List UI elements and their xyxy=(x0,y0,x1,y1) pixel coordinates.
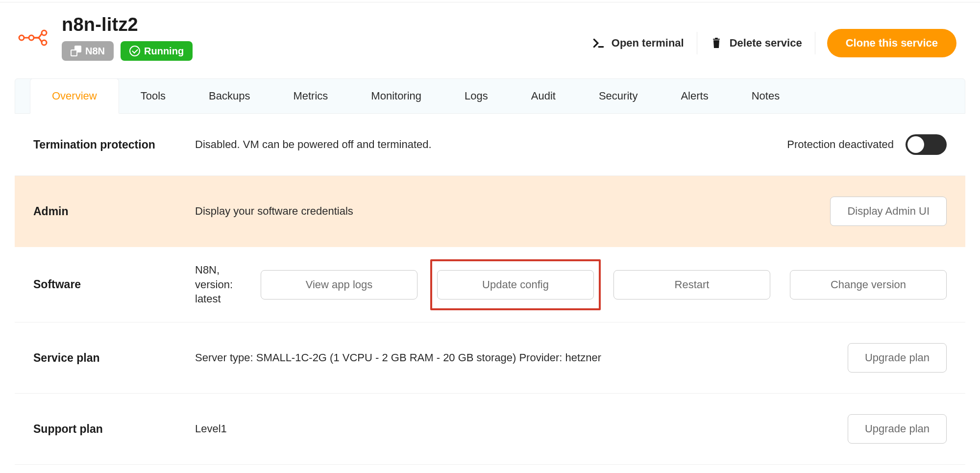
svg-point-2 xyxy=(42,30,47,35)
update-config-button[interactable]: Update config xyxy=(437,270,594,299)
tab-monitoring[interactable]: Monitoring xyxy=(349,79,443,113)
service-logo xyxy=(18,14,62,47)
service-plan-text: Server type: SMALL-1C-2G (1 VCPU - 2 GB … xyxy=(195,351,601,364)
view-app-logs-button[interactable]: View app logs xyxy=(261,270,417,299)
tab-security[interactable]: Security xyxy=(577,79,659,113)
stack-icon xyxy=(71,46,81,56)
row-termination-protection: Termination protection Disabled. VM can … xyxy=(15,114,965,176)
change-version-button[interactable]: Change version xyxy=(790,270,947,299)
service-status-badge: Running xyxy=(121,41,193,61)
service-type-label: N8N xyxy=(85,46,105,57)
row-software: Software N8N, version: latest View app l… xyxy=(15,247,965,323)
tab-metrics[interactable]: Metrics xyxy=(271,79,349,113)
termination-label: Termination protection xyxy=(33,138,195,151)
tab-audit[interactable]: Audit xyxy=(510,79,577,113)
support-plan-label: Support plan xyxy=(33,423,195,436)
service-status-label: Running xyxy=(144,46,184,57)
display-admin-ui-button[interactable]: Display Admin UI xyxy=(830,197,947,226)
row-support-plan: Support plan Level1 Upgrade plan xyxy=(15,394,965,465)
software-version-text: N8N, version: latest xyxy=(195,263,239,306)
trash-icon xyxy=(710,37,723,50)
upgrade-service-plan-button[interactable]: Upgrade plan xyxy=(848,343,947,373)
svg-point-1 xyxy=(29,35,34,40)
upgrade-support-plan-button[interactable]: Upgrade plan xyxy=(848,414,947,444)
delete-service-button[interactable]: Delete service xyxy=(697,32,815,54)
n8n-logo-icon xyxy=(18,29,49,47)
termination-text: Disabled. VM can be powered off and term… xyxy=(195,138,432,151)
update-config-highlight: Update config xyxy=(430,259,601,310)
svg-rect-6 xyxy=(715,38,718,39)
termination-toggle[interactable] xyxy=(906,134,947,155)
terminal-icon xyxy=(592,37,605,50)
tab-notes[interactable]: Notes xyxy=(730,79,801,113)
open-terminal-label: Open terminal xyxy=(612,37,684,50)
service-type-badge: N8N xyxy=(62,41,114,61)
open-terminal-button[interactable]: Open terminal xyxy=(579,32,697,54)
service-plan-label: Service plan xyxy=(33,351,195,365)
admin-label: Admin xyxy=(33,205,195,218)
row-admin: Admin Display your software credentials … xyxy=(15,176,965,247)
restart-button[interactable]: Restart xyxy=(613,270,770,299)
support-plan-text: Level1 xyxy=(195,423,227,435)
termination-status: Protection deactivated xyxy=(787,138,894,151)
service-title: n8n-litz2 xyxy=(62,14,579,35)
service-header: n8n-litz2 N8N Running xyxy=(0,2,980,61)
clone-service-button[interactable]: Clone this service xyxy=(827,29,956,57)
svg-point-0 xyxy=(19,35,24,40)
tab-tools[interactable]: Tools xyxy=(119,79,187,113)
svg-rect-5 xyxy=(713,39,720,40)
tab-alerts[interactable]: Alerts xyxy=(659,79,730,113)
delete-service-label: Delete service xyxy=(730,37,802,50)
row-service-plan: Service plan Server type: SMALL-1C-2G (1… xyxy=(15,323,965,394)
tab-logs[interactable]: Logs xyxy=(443,79,510,113)
tab-backups[interactable]: Backups xyxy=(187,79,271,113)
software-label: Software xyxy=(33,278,195,291)
tab-overview[interactable]: Overview xyxy=(30,78,119,114)
check-circle-icon xyxy=(129,46,140,56)
svg-point-3 xyxy=(42,40,47,45)
tabs-bar: Overview Tools Backups Metrics Monitorin… xyxy=(15,78,965,114)
admin-text: Display your software credentials xyxy=(195,205,353,218)
